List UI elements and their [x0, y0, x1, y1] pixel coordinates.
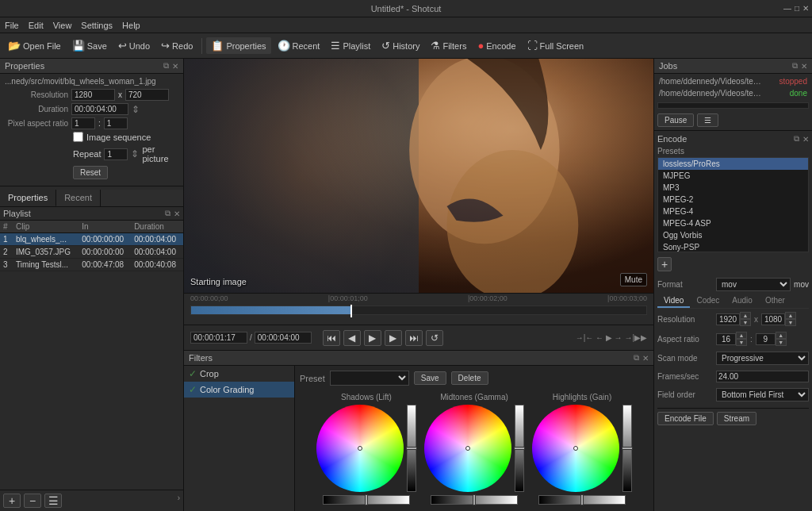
preset-select[interactable]: [330, 371, 409, 386]
scan-mode-select[interactable]: Progressive: [716, 352, 809, 365]
playlist-add-button[interactable]: +: [3, 494, 21, 508]
recent-button[interactable]: 🕐 Recent: [273, 37, 325, 54]
timeline-area[interactable]: 00:00:00;00 |00:00:01;00 |00:00:02;00 |0…: [184, 293, 653, 325]
pixel-aspect-1-input[interactable]: [71, 117, 95, 129]
filter-item-color-grading[interactable]: ✓ Color Grading: [184, 382, 294, 398]
next-frame-button[interactable]: ▶: [385, 330, 402, 346]
maximize-button[interactable]: □: [795, 4, 799, 13]
preset-item[interactable]: MP3: [658, 182, 808, 194]
skip-to-start-button[interactable]: ⏮: [323, 330, 340, 346]
menu-settings[interactable]: Settings: [81, 21, 113, 30]
midtones-wheel-dot[interactable]: [465, 446, 470, 451]
asp-w-up[interactable]: ▲: [736, 332, 747, 339]
res-w-up[interactable]: ▲: [740, 312, 751, 319]
skip-to-end-button[interactable]: ⏭: [405, 330, 423, 346]
midtones-color-wheel[interactable]: [424, 405, 511, 492]
playlist-nav-right[interactable]: ›: [178, 494, 180, 508]
res-h-up[interactable]: ▲: [785, 312, 796, 319]
fps-input[interactable]: [716, 371, 809, 382]
preset-item[interactable]: MPEG-4: [658, 206, 808, 217]
midtones-bottom-slider[interactable]: [431, 495, 518, 505]
playlist-close-button[interactable]: ✕: [174, 209, 180, 218]
resolution-height-input[interactable]: [125, 89, 169, 101]
undo-button[interactable]: ↩ Undo: [113, 37, 155, 54]
preset-item[interactable]: Ogg Vorbis: [658, 229, 808, 241]
resolution-w-input[interactable]: [716, 313, 740, 325]
repeat-input[interactable]: [104, 148, 128, 160]
aspect-w-input[interactable]: [716, 333, 736, 345]
encode-tab-video[interactable]: Video: [657, 294, 690, 308]
resolution-h-input[interactable]: [761, 313, 785, 325]
properties-float-button[interactable]: ⧉: [163, 61, 169, 71]
duration-input[interactable]: [71, 103, 128, 115]
playlist-remove-button[interactable]: −: [24, 494, 41, 508]
shadows-slider-handle[interactable]: [406, 447, 417, 450]
highlights-h-handle[interactable]: [580, 494, 584, 505]
playlist-row[interactable]: 1 blq_wheels_... 00:00:00:00 00:00:04:00: [0, 233, 183, 246]
menu-help[interactable]: Help: [122, 21, 140, 30]
close-button[interactable]: ✕: [802, 4, 809, 13]
shadows-color-wheel[interactable]: [316, 405, 404, 492]
filters-button[interactable]: ⚗ Filters: [426, 37, 471, 54]
jobs-close-button[interactable]: ✕: [801, 61, 807, 71]
history-button[interactable]: ↺ History: [377, 37, 424, 54]
open-file-button[interactable]: 📂 Open File: [3, 37, 66, 54]
stream-button[interactable]: Stream: [717, 412, 756, 425]
menu-view[interactable]: View: [53, 21, 72, 30]
preset-item[interactable]: MJPEG: [658, 170, 808, 182]
filter-item-crop[interactable]: ✓ Crop: [184, 366, 294, 382]
menu-edit[interactable]: Edit: [29, 21, 44, 30]
total-time-input[interactable]: [255, 332, 312, 344]
reset-button[interactable]: Reset: [73, 166, 108, 179]
current-time-input[interactable]: [190, 332, 247, 344]
minimize-button[interactable]: —: [783, 4, 791, 13]
shadows-h-handle[interactable]: [365, 494, 368, 505]
preset-item[interactable]: Sony-PSP: [658, 241, 808, 252]
encode-close-button[interactable]: ✕: [802, 134, 809, 144]
loop-button[interactable]: ↺: [426, 330, 443, 346]
menu-file[interactable]: File: [5, 21, 19, 30]
res-h-down[interactable]: ▼: [785, 319, 796, 326]
highlights-bottom-slider[interactable]: [538, 495, 626, 505]
filters-close-button[interactable]: ✕: [642, 353, 649, 363]
preset-add-button[interactable]: +: [657, 257, 672, 271]
timeline-playhead[interactable]: [350, 305, 352, 317]
properties-button[interactable]: 📋 Properties: [206, 37, 270, 54]
redo-button[interactable]: ↪ Redo: [156, 37, 197, 54]
encode-tab-audio[interactable]: Audio: [726, 294, 759, 308]
prev-frame-button[interactable]: ◀: [343, 330, 361, 346]
encode-tab-other[interactable]: Other: [759, 294, 791, 308]
playlist-float-button[interactable]: ⧉: [165, 209, 170, 218]
mute-button[interactable]: Mute: [620, 273, 647, 286]
duration-up-down[interactable]: ⇕: [132, 104, 140, 115]
job-item-2[interactable]: /home/ddennedy/Videos/test.mov done: [656, 87, 810, 99]
aspect-h-input[interactable]: [756, 333, 776, 345]
asp-w-down[interactable]: ▼: [736, 339, 747, 346]
asp-h-down[interactable]: ▼: [776, 339, 787, 346]
midtones-slider-handle[interactable]: [514, 447, 525, 450]
fullscreen-button[interactable]: ⛶ Full Screen: [523, 37, 589, 54]
playlist-menu-button[interactable]: ☰: [44, 494, 62, 508]
window-controls[interactable]: — □ ✕: [783, 4, 809, 13]
play-button[interactable]: ▶: [364, 330, 381, 346]
image-sequence-checkbox[interactable]: [73, 132, 83, 142]
shadows-slider[interactable]: [407, 405, 416, 492]
job-item-1[interactable]: /home/ddennedy/Videos/test.mov stopped: [656, 75, 810, 87]
midtones-slider[interactable]: [515, 405, 524, 492]
repeat-up-down[interactable]: ⇕: [131, 148, 139, 159]
playlist-row[interactable]: 3 Timing Testsl... 00:00:47:08 00:00:40:…: [0, 259, 183, 271]
save-button[interactable]: 💾 Save: [67, 37, 112, 54]
shadows-bottom-slider[interactable]: [323, 495, 410, 505]
cg-delete-button[interactable]: Delete: [451, 371, 488, 385]
timeline-track[interactable]: [190, 305, 647, 315]
filters-float-button[interactable]: ⧉: [634, 353, 639, 363]
highlights-color-wheel[interactable]: [532, 405, 619, 492]
tab-recent[interactable]: Recent: [56, 190, 101, 206]
jobs-pause-button[interactable]: Pause: [657, 113, 694, 127]
tab-properties[interactable]: Properties: [0, 190, 56, 206]
shadows-wheel-dot[interactable]: [358, 446, 362, 451]
encode-file-button[interactable]: Encode File: [657, 412, 714, 425]
cg-save-button[interactable]: Save: [414, 371, 446, 385]
encode-float-button[interactable]: ⧉: [794, 134, 799, 144]
playlist-row[interactable]: 2 IMG_0357.JPG 00:00:00:00 00:00:04:00: [0, 246, 183, 259]
